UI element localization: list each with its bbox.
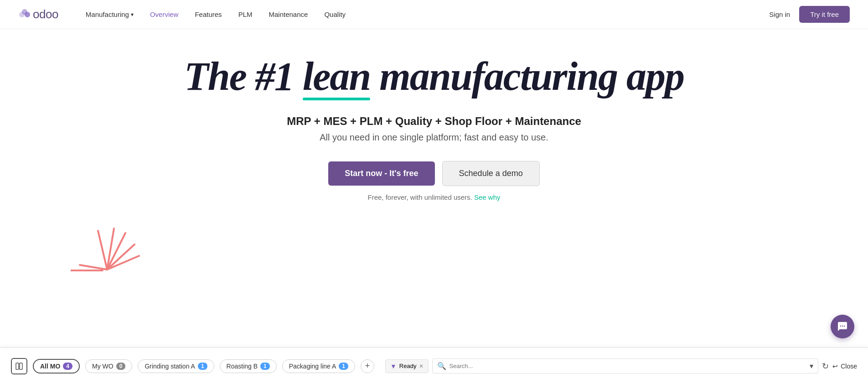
svg-point-13 xyxy=(842,326,843,327)
tab-packaging-badge: 1 xyxy=(339,363,348,370)
sidebar-icon xyxy=(16,363,23,370)
svg-line-8 xyxy=(80,265,107,270)
close-button[interactable]: ↩ Close xyxy=(832,363,857,370)
odoo-logo-icon xyxy=(18,8,31,21)
hero-buttons: Start now - It's free Schedule a demo xyxy=(328,161,539,186)
sign-in-link[interactable]: Sign in xyxy=(769,10,790,18)
close-label: Close xyxy=(841,363,857,370)
search-area: ▼ Ready ✕ 🔍 ▾ ↻ ↩ Close xyxy=(385,358,857,374)
search-icon: 🔍 xyxy=(437,362,446,370)
tab-roasting-label: Roasting B xyxy=(227,363,258,370)
chat-bubble-button[interactable] xyxy=(831,315,854,338)
tab-all-mo[interactable]: All MO 4 xyxy=(33,359,80,374)
tab-roasting-b[interactable]: Roasting B 1 xyxy=(220,359,277,373)
search-input[interactable] xyxy=(449,363,807,369)
tab-grinding-badge: 1 xyxy=(198,363,207,370)
start-now-button[interactable]: Start now - It's free xyxy=(328,161,434,186)
svg-point-14 xyxy=(844,326,845,327)
app-bar: All MO 4 My WO 0 Grinding station A 1 Ro… xyxy=(0,348,868,384)
search-chevron-icon[interactable]: ▾ xyxy=(810,362,813,370)
chat-icon xyxy=(837,321,848,332)
filter-chip-label: Ready xyxy=(399,363,417,369)
svg-point-2 xyxy=(25,12,30,17)
close-arrow-icon: ↩ xyxy=(832,363,838,370)
decorative-area xyxy=(0,206,868,279)
schedule-demo-button[interactable]: Schedule a demo xyxy=(442,161,540,186)
svg-rect-11 xyxy=(20,363,22,369)
refresh-button[interactable]: ↻ xyxy=(822,361,829,371)
tab-my-wo-label: My WO xyxy=(92,363,114,370)
tab-grinding-label: Grinding station A xyxy=(145,363,195,370)
filter-remove-button[interactable]: ✕ xyxy=(419,363,424,369)
nav-quality[interactable]: Quality xyxy=(324,10,346,18)
svg-point-12 xyxy=(840,326,841,327)
sidebar-toggle[interactable] xyxy=(11,358,27,374)
filter-icon: ▼ xyxy=(390,363,397,370)
add-tab-button[interactable]: + xyxy=(361,359,374,373)
logo-text: odoo xyxy=(33,7,58,21)
lean-word: lean xyxy=(303,57,370,97)
sparkle-lines xyxy=(71,219,144,274)
hero-subtitle: MRP + MES + PLM + Quality + Shop Floor +… xyxy=(287,115,581,128)
svg-rect-10 xyxy=(16,363,19,369)
search-input-wrapper: 🔍 ▾ xyxy=(432,358,818,374)
free-note: Free, forever, with unlimited users. See… xyxy=(368,193,501,201)
hero-title: The #1 lean manufacturing app xyxy=(184,57,684,97)
logo[interactable]: odoo xyxy=(18,7,58,21)
tab-roasting-badge: 1 xyxy=(260,363,270,370)
navbar: odoo Manufacturing Overview Features PLM… xyxy=(0,0,868,29)
tab-my-wo-badge: 0 xyxy=(116,363,126,370)
tab-my-wo[interactable]: My WO 0 xyxy=(85,359,132,373)
nav-maintenance[interactable]: Maintenance xyxy=(269,10,308,18)
tab-grinding-station[interactable]: Grinding station A 1 xyxy=(138,359,214,373)
nav-manufacturing[interactable]: Manufacturing xyxy=(86,10,134,18)
tab-all-mo-label: All MO xyxy=(40,363,60,370)
tab-packaging-label: Packaging line A xyxy=(289,363,336,370)
try-free-button[interactable]: Try it free xyxy=(799,6,850,23)
tab-packaging-a[interactable]: Packaging line A 1 xyxy=(282,359,355,373)
hero-description: All you need in one single platform; fas… xyxy=(320,132,548,143)
svg-line-5 xyxy=(107,256,139,270)
nav-plm[interactable]: PLM xyxy=(238,10,253,18)
svg-line-7 xyxy=(98,231,107,270)
nav-links: Manufacturing Overview Features PLM Main… xyxy=(86,10,769,18)
nav-features[interactable]: Features xyxy=(195,10,222,18)
nav-overview[interactable]: Overview xyxy=(150,10,179,18)
hero-section: The #1 lean manufacturing app MRP + MES … xyxy=(0,29,868,201)
tab-all-mo-badge: 4 xyxy=(63,363,72,370)
filter-chip-ready: ▼ Ready ✕ xyxy=(385,359,429,373)
nav-right: Sign in Try it free xyxy=(769,6,850,23)
see-why-link[interactable]: See why xyxy=(474,193,501,201)
